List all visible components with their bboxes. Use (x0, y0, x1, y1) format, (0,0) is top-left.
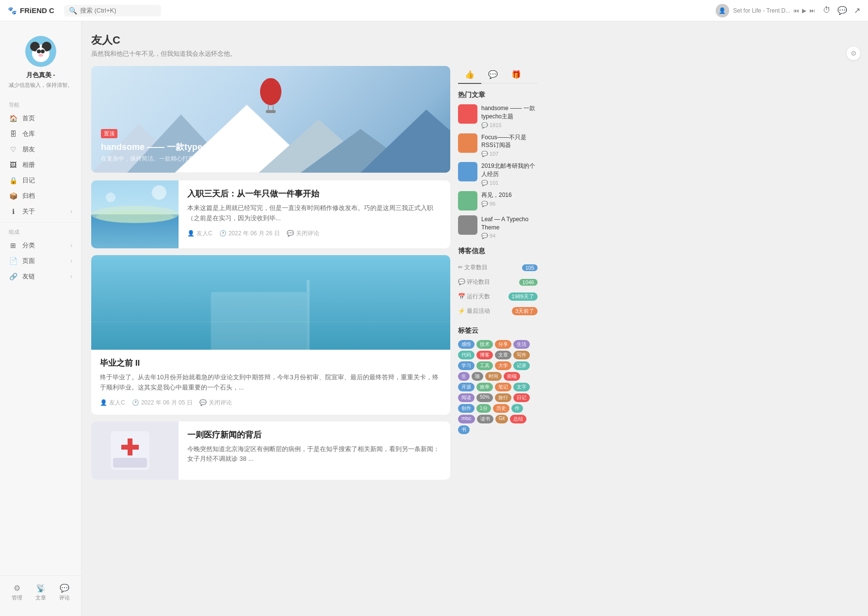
comment-icon[interactable]: 💬 (837, 6, 847, 15)
tag-item-0[interactable]: 感悟 (458, 340, 475, 349)
sidebar-item-home[interactable]: 🏠 首页 (0, 111, 81, 126)
tag-item-32[interactable]: 书 (458, 425, 470, 434)
blog-info-badge-2: 1989天了 (508, 292, 538, 301)
paw-icon: 🐾 (8, 6, 17, 15)
tag-item-19[interactable]: 文字 (513, 383, 530, 391)
sidebar-footer-comments[interactable]: 💬 评论 (59, 584, 70, 601)
sidebar-footer-admin[interactable]: ⚙ 管理 (12, 584, 22, 601)
blog-info-label-1: 💬 评论数目 (458, 278, 490, 286)
search-bar[interactable]: 🔍 (64, 5, 161, 16)
hot-article-title-1[interactable]: Focus——不只是RSS订阅器 (481, 133, 538, 150)
hot-article-item-4[interactable]: Leaf — A Typecho Theme 💬 94 (458, 215, 538, 240)
music-play-icon[interactable]: ▶ (802, 7, 806, 14)
hot-article-item-1[interactable]: Focus——不只是RSS订阅器 💬 107 (458, 133, 538, 158)
clock-icon: 🕐 (132, 399, 139, 406)
article-comments-1[interactable]: 💬 关闭评论 (199, 399, 232, 407)
share-icon[interactable]: ↗ (854, 6, 860, 15)
hot-article-item-0[interactable]: handsome —— 一款typecho主题 💬 1815 (458, 104, 538, 129)
right-tab-comment[interactable]: 💬 (481, 66, 505, 83)
sidebar-item-links[interactable]: 🔗 友链 › (0, 269, 81, 284)
sidebar-item-repo[interactable]: 🗄 仓库 (0, 126, 81, 142)
blog-info-row-2: 📅 运行天数 1989天了 (458, 290, 538, 304)
tag-item-18[interactable]: 笔记 (495, 383, 511, 391)
tag-item-26[interactable]: 历史 (493, 404, 509, 413)
blog-info-label-2: 📅 运行天数 (458, 292, 490, 301)
sidebar-item-archive[interactable]: 📦 归档 (0, 188, 81, 204)
tag-item-5[interactable]: 博客 (476, 351, 493, 359)
tag-item-6[interactable]: 文章 (495, 351, 511, 359)
hot-article-item-2[interactable]: 2019北邮考研我的个人经历 💬 101 (458, 162, 538, 186)
hot-article-title-0[interactable]: handsome —— 一款typecho主题 (481, 104, 538, 121)
hot-article-count-1: 💬 107 (481, 151, 538, 157)
timer-icon[interactable]: ⏱ (823, 6, 831, 15)
article-title-1[interactable]: 毕业之前 II (100, 357, 442, 369)
tag-item-10[interactable]: 大学 (495, 361, 511, 370)
tag-item-23[interactable]: 日记 (513, 393, 530, 402)
tag-item-21[interactable]: 50% (476, 393, 493, 402)
medical-image-svg (106, 426, 164, 475)
svg-point-6 (41, 49, 45, 53)
hot-article-title-3[interactable]: 再见，2016 (481, 191, 538, 199)
tag-item-16[interactable]: 开源 (458, 383, 475, 391)
tag-item-7[interactable]: 写作 (513, 351, 530, 359)
balloon-svg (256, 75, 285, 113)
tag-item-24[interactable]: 创作 (458, 404, 475, 413)
tag-item-22[interactable]: 旅行 (495, 393, 511, 402)
app-logo[interactable]: 🐾 FRiEND C (8, 6, 54, 15)
right-tab-like[interactable]: 👍 (458, 66, 481, 83)
tag-item-11[interactable]: 记录 (513, 361, 530, 370)
article-title-0[interactable]: 入职三天后：从一年只做一件事开始 (187, 188, 442, 199)
tag-item-30[interactable]: Git (495, 415, 508, 423)
tag-cloud-section: 标签云 感悟技术分享生活代码博客文章写作学习工具大学记录生随时间前端开源效率笔记… (458, 326, 538, 434)
tag-item-13[interactable]: 随 (472, 372, 483, 381)
article-title-2[interactable]: 一则医疗新闻的背后 (187, 429, 442, 440)
tag-item-28[interactable]: misc (458, 415, 475, 423)
tag-section-title: 标签云 (458, 326, 538, 335)
tag-item-27[interactable]: 作 (511, 404, 523, 413)
tag-item-2[interactable]: 分享 (495, 340, 511, 349)
hot-article-title-4[interactable]: Leaf — A Typecho Theme (481, 215, 538, 232)
hot-article-info-2: 2019北邮考研我的个人经历 💬 101 (481, 162, 538, 186)
article-comments-0[interactable]: 💬 关闭评论 (287, 229, 319, 238)
sidebar-item-about[interactable]: ℹ 关于 › (0, 204, 81, 219)
sidebar-item-album[interactable]: 🖼 相册 (0, 157, 81, 173)
tag-item-29[interactable]: 读书 (477, 415, 493, 423)
right-tab-gift[interactable]: 🎁 (505, 66, 528, 83)
tag-item-20[interactable]: 阅读 (458, 393, 475, 402)
tag-item-8[interactable]: 学习 (458, 361, 475, 370)
tag-item-4[interactable]: 代码 (458, 351, 475, 359)
hero-banner[interactable]: 置顶 handsome —— 一款typecho主题 在复杂中，保持简洁。一款精… (91, 66, 450, 173)
hot-article-thumb-4 (458, 215, 477, 235)
sidebar-username: 月色真美 - (26, 71, 55, 80)
music-next-icon[interactable]: ⏭ (809, 7, 815, 14)
tag-item-1[interactable]: 技术 (476, 340, 493, 349)
hot-article-item-3[interactable]: 再见，2016 💬 96 (458, 191, 538, 211)
tag-item-15[interactable]: 前端 (504, 372, 520, 381)
article-full-image-1 (91, 255, 450, 350)
sidebar-item-diary[interactable]: 🔒 日记 (0, 173, 81, 188)
sidebar: 月色真美 - 减少信息输入，保持清智。 导航 🏠 首页 🗄 仓库 ♡ 朋友 🖼 … (0, 21, 82, 616)
hot-article-title-2[interactable]: 2019北邮考研我的个人经历 (481, 162, 538, 178)
sidebar-item-friends[interactable]: ♡ 朋友 (0, 142, 81, 157)
search-input[interactable] (80, 7, 148, 14)
tag-item-25[interactable]: 1分 (476, 404, 491, 413)
tag-item-31[interactable]: 总结 (510, 415, 526, 423)
nav-label: 导航 (0, 98, 81, 111)
article-date-1: 🕐 2022 年 06 月 05 日 (132, 399, 193, 407)
sidebar-item-categories[interactable]: ⊞ 分类 › (0, 238, 81, 253)
tag-item-9[interactable]: 工具 (476, 361, 493, 370)
tag-item-3[interactable]: 生活 (513, 340, 530, 349)
sidebar-label-home: 首页 (22, 114, 35, 123)
svg-rect-27 (211, 292, 307, 350)
settings-float-button[interactable]: ⚙ (847, 47, 860, 60)
article-author-0: 👤 友人C (187, 229, 213, 238)
tag-item-12[interactable]: 生 (458, 372, 470, 381)
sidebar-footer-articles[interactable]: 📡 文章 (35, 584, 46, 601)
hot-article-thumb-2 (458, 162, 477, 181)
clock-icon: 🕐 (219, 230, 227, 237)
tag-item-17[interactable]: 效率 (476, 383, 493, 391)
sidebar-item-pages[interactable]: 📄 页面 › (0, 253, 81, 269)
tag-item-14[interactable]: 时间 (485, 372, 502, 381)
blog-info-title: 博客信息 (458, 247, 538, 256)
music-prev-icon[interactable]: ⏮ (793, 7, 799, 14)
